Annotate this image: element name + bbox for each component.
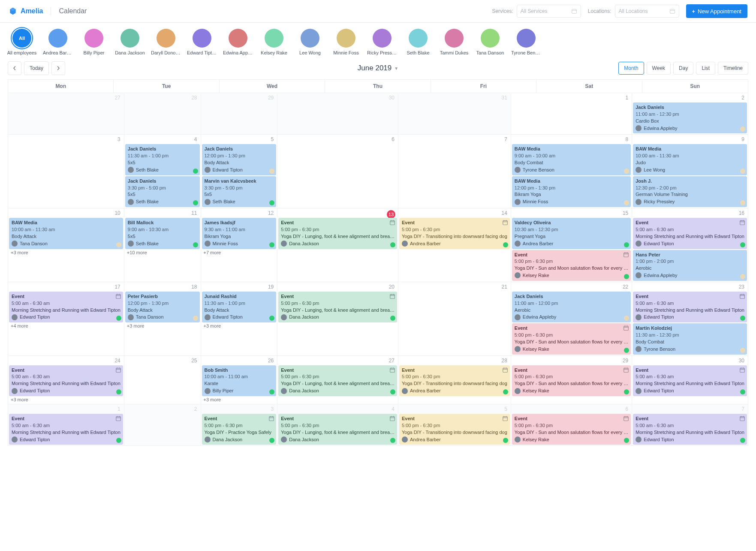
- employee-filter-item[interactable]: Minnie Foss: [333, 29, 359, 55]
- more-events-link[interactable]: +3 more: [202, 322, 277, 329]
- calendar-event[interactable]: BAW Media10:00 am - 11:30 amJudoLee Wong: [633, 144, 747, 175]
- calendar-event[interactable]: BAW Media10:00 am - 11:30 amBody AttackT…: [9, 218, 123, 249]
- view-button-day[interactable]: Day: [673, 62, 693, 75]
- more-events-link[interactable]: +3 more: [202, 396, 277, 403]
- calendar-cell[interactable]: 5Event5:00 pm - 6:30 pmYoga DIY - Transi…: [398, 404, 511, 446]
- calendar-cell[interactable]: 26Bob Smith10:00 am - 11:00 amKarateBill…: [201, 356, 278, 404]
- calendar-event[interactable]: Jack Daniels11:00 am - 12:00 pmAerobicEd…: [512, 292, 631, 322]
- calendar-event[interactable]: Valdecy Oliveira10:30 am - 12:30 pmPregn…: [512, 218, 631, 249]
- more-events-link[interactable]: +4 more: [9, 322, 123, 329]
- calendar-cell[interactable]: 28Event5:00 pm - 6:30 pmYoga DIY - Trans…: [398, 356, 511, 404]
- calendar-event[interactable]: Event5:00 pm - 6:30 pmYoga DIY - Practic…: [202, 414, 277, 445]
- calendar-cell[interactable]: 18Peter Pasierb12:00 pm - 1:30 pmBody At…: [124, 282, 201, 356]
- employee-filter-item[interactable]: Kelsey Rake: [261, 29, 287, 55]
- calendar-event[interactable]: Event5:00 pm - 6:30 pmYoga DIY - Lunging…: [278, 218, 397, 249]
- calendar-event[interactable]: Event5:00 pm - 6:30 pmYoga DIY - Lunging…: [278, 292, 397, 322]
- calendar-cell[interactable]: 30: [277, 93, 398, 135]
- more-events-link[interactable]: +3 more: [125, 322, 200, 329]
- more-events-link[interactable]: +3 more: [9, 249, 123, 256]
- calendar-cell[interactable]: 3: [8, 135, 124, 208]
- view-button-timeline[interactable]: Timeline: [718, 62, 748, 75]
- calendar-cell[interactable]: 4Event5:00 pm - 6:30 pmYoga DIY - Lungin…: [277, 404, 398, 446]
- view-button-list[interactable]: List: [696, 62, 715, 75]
- calendar-event[interactable]: James lkadsjf9:30 am - 11:00 amBikram Yo…: [202, 218, 277, 249]
- more-events-link[interactable]: +10 more: [125, 249, 200, 256]
- month-picker[interactable]: June 2019 ▼: [358, 64, 398, 72]
- calendar-cell[interactable]: 27: [8, 93, 124, 135]
- calendar-cell[interactable]: 6Event5:00 pm - 6:30 pmYoga DIY - Sun an…: [511, 404, 632, 446]
- calendar-event[interactable]: BAW Media12:00 pm - 1:30 pmBikram YogaMi…: [512, 176, 631, 207]
- calendar-event[interactable]: Marvin van Kalcvsbeek3:30 pm - 5:00 pm5x…: [202, 176, 277, 207]
- employee-filter-item[interactable]: Daryll Donov…: [153, 29, 179, 55]
- calendar-cell[interactable]: 25: [124, 356, 201, 404]
- calendar-cell[interactable]: 1Event5:00 am - 6:30 amMorning Stretchin…: [8, 404, 124, 446]
- calendar-event[interactable]: Hans Peter1:00 pm - 2:00 pmAerobicEdwina…: [633, 250, 747, 281]
- calendar-event[interactable]: Event5:00 pm - 6:30 pmYoga DIY - Transit…: [399, 365, 510, 396]
- calendar-event[interactable]: Event5:00 pm - 6:30 pmYoga DIY - Sun and…: [512, 250, 631, 281]
- calendar-cell[interactable]: 24Event5:00 am - 6:30 amMorning Stretchi…: [8, 356, 124, 404]
- calendar-cell[interactable]: 12James lkadsjf9:30 am - 11:00 amBikram …: [201, 208, 278, 282]
- employee-filter-item[interactable]: Tammi Dukes: [441, 29, 467, 55]
- calendar-event[interactable]: Event5:00 pm - 6:30 pmYoga DIY - Lunging…: [278, 365, 397, 396]
- calendar-event[interactable]: Jack Daniels12:00 pm - 1:30 pmBody Attac…: [202, 144, 277, 175]
- calendar-event[interactable]: Event5:00 pm - 6:30 pmYoga DIY - Lunging…: [278, 414, 397, 445]
- employee-filter-item[interactable]: Andrea Barber: [45, 29, 71, 55]
- brand[interactable]: Amelia: [9, 7, 51, 15]
- employee-filter-item[interactable]: AllAll employees: [9, 29, 35, 55]
- calendar-event[interactable]: Josh J.12:30 pm - 2:00 pmGerman Volume T…: [633, 176, 747, 207]
- calendar-event[interactable]: Jack Daniels3:30 pm - 5:00 pm5x5Seth Bla…: [125, 176, 200, 207]
- calendar-cell[interactable]: 21: [398, 282, 511, 356]
- view-button-week[interactable]: Week: [647, 62, 671, 75]
- more-events-link[interactable]: +7 more: [202, 249, 277, 256]
- calendar-event[interactable]: Peter Pasierb12:00 pm - 1:30 pmBody Atta…: [125, 292, 200, 322]
- calendar-cell[interactable]: 31: [398, 93, 511, 135]
- locations-filter[interactable]: All Locations: [615, 5, 679, 18]
- view-button-month[interactable]: Month: [618, 62, 644, 75]
- calendar-event[interactable]: Event5:00 am - 6:30 amMorning Stretching…: [633, 292, 747, 322]
- more-events-link[interactable]: +3 more: [9, 396, 123, 403]
- calendar-event[interactable]: Martin Kolodziej11:30 am - 12:30 pmBody …: [633, 323, 747, 354]
- calendar-event[interactable]: Bill Mallock9:00 am - 10:30 am5x5Seth Bl…: [125, 218, 200, 249]
- calendar-event[interactable]: Event5:00 pm - 6:30 pmYoga DIY - Transit…: [399, 414, 510, 445]
- calendar-cell[interactable]: 1: [511, 93, 632, 135]
- calendar-event[interactable]: Bob Smith10:00 am - 11:00 amKarateBilly …: [202, 365, 277, 396]
- calendar-event[interactable]: Junaid Rashid11:30 am - 1:00 pmBody Atta…: [202, 292, 277, 322]
- calendar-cell[interactable]: 19Junaid Rashid11:30 am - 1:00 pmBody At…: [201, 282, 278, 356]
- employee-filter-item[interactable]: Tyrone Benson: [513, 29, 539, 55]
- prev-button[interactable]: [8, 61, 21, 75]
- calendar-event[interactable]: Event5:00 pm - 6:30 pmYoga DIY - Sun and…: [512, 365, 631, 396]
- employee-filter-item[interactable]: Dana Jackson: [117, 29, 143, 55]
- employee-filter-item[interactable]: Seth Blake: [405, 29, 431, 55]
- calendar-cell[interactable]: 2Jack Daniels11:00 am - 12:30 pmCardio B…: [632, 93, 748, 135]
- calendar-cell[interactable]: 16Event5:00 am - 6:30 amMorning Stretchi…: [632, 208, 748, 282]
- calendar-cell[interactable]: 11Bill Mallock9:00 am - 10:30 am5x5Seth …: [124, 208, 201, 282]
- calendar-event[interactable]: Jack Daniels11:00 am - 12:30 pmCardio Bo…: [633, 102, 747, 133]
- employee-filter-item[interactable]: Edward Tipton: [189, 29, 215, 55]
- calendar-event[interactable]: Event5:00 am - 6:30 amMorning Stretching…: [9, 365, 123, 396]
- calendar-cell[interactable]: 7Event5:00 am - 6:30 amMorning Stretchin…: [632, 404, 748, 446]
- calendar-cell[interactable]: 29: [201, 93, 278, 135]
- calendar-cell[interactable]: 2: [124, 404, 201, 446]
- calendar-cell[interactable]: 23Event5:00 am - 6:30 amMorning Stretchi…: [632, 282, 748, 356]
- calendar-event[interactable]: BAW Media9:00 am - 10:00 amBody CombatTy…: [512, 144, 631, 175]
- calendar-cell[interactable]: 8BAW Media9:00 am - 10:00 amBody CombatT…: [511, 135, 632, 208]
- calendar-cell[interactable]: 30Event5:00 am - 6:30 amMorning Stretchi…: [632, 356, 748, 404]
- calendar-cell[interactable]: 6: [277, 135, 398, 208]
- next-button[interactable]: [51, 61, 65, 75]
- employee-filter-item[interactable]: Tana Danson: [477, 29, 503, 55]
- calendar-cell[interactable]: 27Event5:00 pm - 6:30 pmYoga DIY - Lungi…: [277, 356, 398, 404]
- calendar-event[interactable]: Event5:00 am - 6:30 amMorning Stretching…: [9, 414, 123, 445]
- calendar-event[interactable]: Event5:00 am - 6:30 amMorning Stretching…: [633, 414, 747, 445]
- today-button[interactable]: Today: [24, 61, 49, 75]
- calendar-event[interactable]: Event5:00 am - 6:30 amMorning Stretching…: [633, 218, 747, 249]
- calendar-event[interactable]: Event5:00 am - 6:30 amMorning Stretching…: [633, 365, 747, 396]
- calendar-cell[interactable]: 20Event5:00 pm - 6:30 pmYoga DIY - Lungi…: [277, 282, 398, 356]
- calendar-cell[interactable]: 13Event5:00 pm - 6:30 pmYoga DIY - Lungi…: [277, 208, 398, 282]
- calendar-event[interactable]: Event5:00 am - 6:30 amMorning Stretching…: [9, 292, 123, 322]
- calendar-cell[interactable]: 17Event5:00 am - 6:30 amMorning Stretchi…: [8, 282, 124, 356]
- calendar-cell[interactable]: 22Jack Daniels11:00 am - 12:00 pmAerobic…: [511, 282, 632, 356]
- new-appointment-button[interactable]: + New Appointment: [686, 4, 748, 18]
- calendar-event[interactable]: Event5:00 pm - 6:30 pmYoga DIY - Transit…: [399, 218, 510, 249]
- employee-filter-item[interactable]: Billy Piper: [81, 29, 107, 55]
- calendar-cell[interactable]: 5Jack Daniels12:00 pm - 1:30 pmBody Atta…: [201, 135, 278, 208]
